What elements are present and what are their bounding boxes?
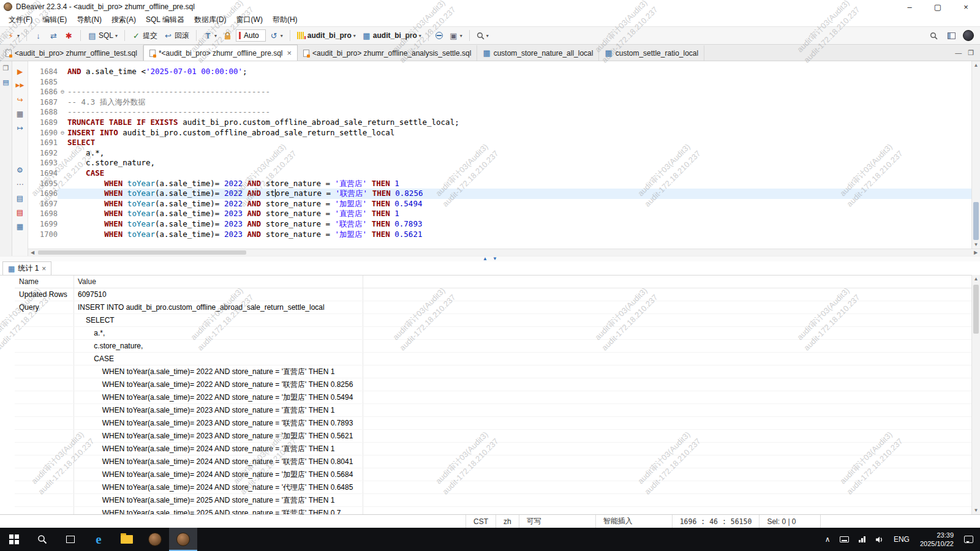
horizontal-scroll-thumb[interactable]: [38, 250, 246, 255]
lock-button[interactable]: [221, 28, 235, 43]
results-row[interactable]: a.*,: [15, 327, 980, 340]
results-row[interactable]: SELECT: [15, 314, 980, 327]
download-button[interactable]: ↓: [31, 28, 45, 43]
code-line[interactable]: 1691SELECT: [28, 138, 980, 148]
rollback-button[interactable]: ↩ 回滚: [161, 28, 192, 43]
export-resultset-icon[interactable]: ↦: [15, 122, 26, 133]
timezone-indicator[interactable]: CST: [466, 515, 496, 528]
write-mode-indicator[interactable]: 可写: [519, 515, 595, 528]
taskbar-search-button[interactable]: [28, 528, 56, 551]
transaction-mode-select[interactable]: Auto: [236, 29, 266, 42]
code-line[interactable]: 1694 CASE: [28, 168, 980, 179]
statistics-tab[interactable]: ▦ 统计 1 ×: [2, 261, 51, 275]
unsaved-document-icon[interactable]: ▤: [15, 207, 26, 217]
code-area[interactable]: 1684AND a.sale_time <'2025-07-01 00:00:0…: [28, 61, 980, 249]
editor-vertical-scrollbar[interactable]: ▲ ▼: [971, 61, 980, 249]
results-row[interactable]: WHEN toYear(a.sale_time)= 2022 AND store…: [15, 391, 980, 404]
fold-collapse-icon[interactable]: ⊖: [58, 128, 67, 138]
scroll-down-icon[interactable]: ▼: [972, 241, 980, 249]
editor-tab[interactable]: ▦custom_store_nature_all_local: [477, 45, 599, 61]
code-line[interactable]: 1690⊖INSERT INTO audit_bi_pro.custom_off…: [28, 128, 980, 138]
quick-search-button[interactable]: [927, 28, 940, 43]
code-line[interactable]: 1684AND a.sale_time <'2025-07-01 00:00:0…: [28, 67, 980, 77]
results-row[interactable]: QueryINSERT INTO audit_bi_pro.custom_off…: [15, 301, 980, 314]
vertical-scroll-thumb[interactable]: [973, 202, 979, 240]
code-line[interactable]: 1689TRUNCATE TABLE IF EXISTS audit_bi_pr…: [28, 118, 980, 128]
code-line[interactable]: 1698 WHEN toYear(a.sale_time)= 2023 AND …: [28, 209, 980, 219]
file-explorer-button[interactable]: [113, 528, 141, 551]
sash-down-icon[interactable]: ▼: [492, 257, 497, 261]
perspective-button[interactable]: [945, 28, 958, 43]
editor-tab[interactable]: <audit_bi_pro> zhumr_offline_test.sql: [0, 45, 143, 61]
settings-gear-icon[interactable]: ⚙: [15, 165, 26, 175]
code-line[interactable]: 1697 WHEN toYear(a.sale_time)= 2022 AND …: [28, 199, 980, 209]
menu-item[interactable]: 帮助(H): [268, 13, 303, 26]
menu-item[interactable]: 导航(N): [72, 13, 107, 26]
caret-position[interactable]: 1696 : 46 : 56150: [672, 515, 760, 528]
connection-selector[interactable]: audit_bi_pro ▾: [295, 28, 358, 43]
results-row[interactable]: Updated Rows6097510: [15, 288, 980, 301]
results-row[interactable]: WHEN toYear(a.sale_time)= 2024 AND store…: [15, 481, 980, 494]
input-language-indicator[interactable]: ENG: [889, 528, 914, 551]
execute-new-tab-icon[interactable]: ↪: [15, 94, 26, 105]
locale-indicator[interactable]: zh: [496, 515, 519, 528]
code-line[interactable]: 1696 WHEN toYear(a.sale_time)= 2022 AND …: [28, 189, 980, 199]
editor-tab[interactable]: ▦custom_settle_ratio_local: [599, 45, 704, 61]
profile-icon[interactable]: [963, 30, 974, 41]
menu-item[interactable]: 数据库(D): [189, 13, 232, 26]
selection-indicator[interactable]: Sel: 0 | 0: [759, 515, 820, 528]
fold-collapse-icon[interactable]: ⊖: [58, 87, 67, 97]
column-header-name[interactable]: Name: [15, 276, 74, 288]
results-row[interactable]: WHEN toYear(a.sale_time)= 2025 AND store…: [15, 507, 980, 514]
results-row[interactable]: WHEN toYear(a.sale_time)= 2024 AND store…: [15, 443, 980, 455]
volume-icon[interactable]: [871, 528, 888, 551]
maximize-view-icon[interactable]: ❐: [968, 49, 974, 57]
abort-button[interactable]: ✱: [62, 28, 76, 43]
menu-item[interactable]: SQL 编辑器: [141, 13, 189, 26]
scroll-up-icon[interactable]: ▲: [972, 275, 980, 283]
results-vertical-scrollbar[interactable]: ▲ ▼: [971, 275, 980, 514]
restore-panel-icon[interactable]: ❐: [3, 64, 9, 72]
tab-close-icon[interactable]: ×: [287, 48, 292, 58]
action-center-button[interactable]: [960, 528, 978, 551]
scroll-right-icon[interactable]: ▶: [971, 250, 980, 255]
start-button[interactable]: [0, 528, 28, 551]
column-header-value[interactable]: Value: [74, 276, 363, 288]
sql-menu-button[interactable]: ▤ SQL ▾: [85, 28, 120, 43]
close-button[interactable]: ×: [952, 0, 980, 13]
new-sql-editor-button[interactable]: ⚡ ▾: [4, 28, 22, 43]
task-view-button[interactable]: [56, 528, 85, 551]
explain-plan-icon[interactable]: ▦: [15, 108, 26, 119]
network-icon[interactable]: [854, 528, 870, 551]
results-row[interactable]: WHEN toYear(a.sale_time)= 2023 AND store…: [15, 430, 980, 443]
menu-item[interactable]: 窗口(W): [232, 13, 268, 26]
menu-item[interactable]: 文件(F): [4, 13, 37, 26]
minimize-button[interactable]: –: [895, 0, 924, 13]
execute-script-icon[interactable]: ▶▶: [15, 80, 26, 91]
transaction-log-button[interactable]: T ▾: [201, 28, 219, 43]
results-row[interactable]: WHEN toYear(a.sale_time)= 2025 AND store…: [15, 494, 980, 507]
results-row[interactable]: WHEN toYear(a.sale_time)= 2024 AND store…: [15, 468, 980, 481]
results-row[interactable]: WHEN toYear(a.sale_time)= 2022 AND store…: [15, 378, 980, 391]
results-row[interactable]: CASE: [15, 353, 980, 365]
results-row[interactable]: WHEN toYear(a.sale_time)= 2022 AND store…: [15, 365, 980, 378]
code-line[interactable]: 1685: [28, 77, 980, 88]
results-row[interactable]: WHEN toYear(a.sale_time)= 2023 AND store…: [15, 417, 980, 430]
code-line[interactable]: 1693 c.store_nature,: [28, 158, 980, 168]
sync-button[interactable]: ⇄: [47, 28, 61, 43]
script-document-icon[interactable]: ▤: [15, 193, 26, 203]
query-history-button[interactable]: ↺ ▾: [267, 28, 285, 43]
code-line[interactable]: 1688------------------------------------…: [28, 107, 980, 118]
touch-keyboard-icon[interactable]: [835, 528, 853, 551]
menu-item[interactable]: 搜索(A): [107, 13, 141, 26]
results-row[interactable]: c.store_nature,: [15, 340, 980, 353]
tab-close-icon[interactable]: ×: [42, 264, 46, 273]
editor-horizontal-scrollbar[interactable]: ◀ ▶: [28, 249, 980, 256]
network-profile-button[interactable]: [433, 28, 445, 43]
code-line[interactable]: 1686⊖-----------------------------------…: [28, 87, 980, 97]
edge-button[interactable]: e: [85, 528, 113, 551]
diagram-button[interactable]: ▣ ▾: [447, 28, 465, 43]
input-mode-indicator[interactable]: 智能插入: [595, 515, 672, 528]
code-line[interactable]: 1699 WHEN toYear(a.sale_time)= 2023 AND …: [28, 219, 980, 230]
templates-document-icon[interactable]: ▦: [15, 221, 26, 231]
